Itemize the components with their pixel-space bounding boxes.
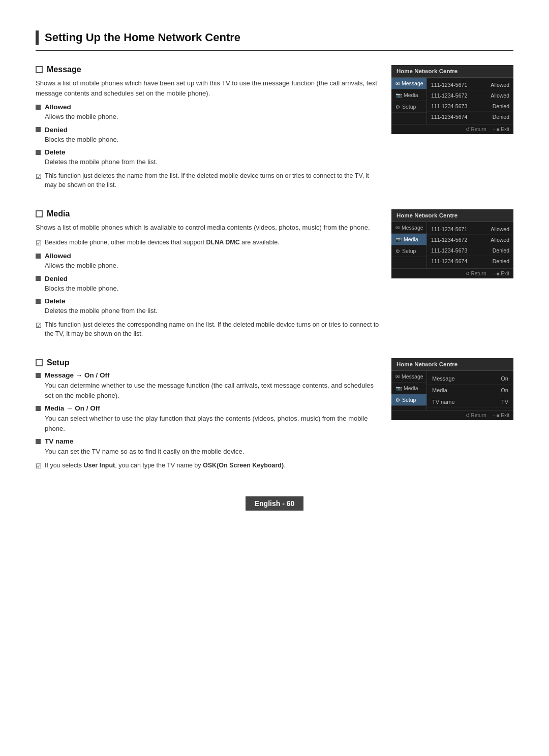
setup-heading-text: Setup <box>47 358 69 367</box>
tv-media-row-1: 111-1234-5671 Allowed <box>427 224 513 235</box>
tv-menu-message-2: ✉ Message <box>391 222 426 234</box>
message-menu-icon-2: ✉ <box>395 225 400 231</box>
media-panel-title: Home Network Centre <box>391 209 513 222</box>
setup-media-onoff-heading: Media → On / Off <box>36 404 381 412</box>
message-delete-heading: Delete <box>36 148 381 156</box>
message-delete-desc: Deletes the mobile phone from the list. <box>45 157 381 167</box>
setup-tvname-heading: TV name <box>36 437 381 445</box>
message-panel-content: 111-1234-5671 Allowed 111-1234-5672 Allo… <box>427 78 513 124</box>
media-heading-text: Media <box>47 209 70 218</box>
setup-panel-menu: ✉ Message 📷 Media ⚙ Setup Message <box>391 371 513 410</box>
message-desc: Shows a list of mobile phones which have… <box>36 78 381 98</box>
tv-setup-row-1: Message On <box>427 373 513 385</box>
section-message: Message Shows a list of mobile phones wh… <box>36 65 513 194</box>
media-checkbox <box>36 210 43 217</box>
media-note: ☑ This function just deletes the corresp… <box>36 320 381 339</box>
message-allowed-heading: Allowed <box>36 103 381 111</box>
message-panel-menu: ✉ Message 📷 Media ⚙ Setup 111-1234-5671 <box>391 78 513 124</box>
setup-panel-footer: ↺ Return →■ Exit <box>391 410 513 420</box>
tv-setup-row-2: Media On <box>427 385 513 396</box>
media-allowed-heading: Allowed <box>36 252 381 260</box>
section-media: Media Shows a list of mobile phones whic… <box>36 209 513 343</box>
setup-message-onoff-heading: Message → On / Off <box>36 371 381 379</box>
page-title: Setting Up the Home Network Centre <box>45 31 240 44</box>
note-icon: ☑ <box>36 172 42 182</box>
setup-tvname-bullet <box>36 439 41 444</box>
setup-note: ☑ If you selects User Input, you can typ… <box>36 461 381 471</box>
media-panel-footer: ↺ Return →■ Exit <box>391 268 513 278</box>
media-delete-desc: Deletes the mobile phone from the list. <box>45 306 381 316</box>
setup-message-onoff-desc: You can determine whether to use the mes… <box>45 381 381 400</box>
setup-media-bullet <box>36 406 41 411</box>
title-accent <box>36 30 39 45</box>
media-denied-desc: Blocks the mobile phone. <box>45 284 381 294</box>
message-denied-heading: Denied <box>36 126 381 134</box>
tv-menu-media-active: 📷 Media <box>391 234 426 245</box>
message-menu-icon-3: ✉ <box>395 374 400 380</box>
tv-row-2: 111-1234-5672 Allowed <box>427 90 513 101</box>
tv-row-4: 111-1234-5674 Denied <box>427 112 513 122</box>
setup-checkbox <box>36 359 43 366</box>
message-denied-desc: Blocks the mobile phone. <box>45 135 381 145</box>
tv-media-row-3: 111-1234-5673 Denied <box>427 245 513 256</box>
media-menu-icon-3: 📷 <box>395 386 402 391</box>
message-delete: Delete Deletes the mobile phone from the… <box>36 148 381 167</box>
media-allowed: Allowed Allows the mobile phone. <box>36 252 381 271</box>
message-note: ☑ This function just deletes the name fr… <box>36 171 381 191</box>
tv-menu-setup: ⚙ Setup <box>391 101 426 113</box>
message-menu-icon: ✉ <box>395 81 400 86</box>
message-denied: Denied Blocks the mobile phone. <box>36 126 381 145</box>
media-denied-bullet <box>36 276 41 281</box>
message-allowed-desc: Allows the mobile phone. <box>45 112 381 122</box>
setup-tvname: TV name You can set the TV name so as to… <box>36 437 381 457</box>
setup-tvname-desc: You can set the TV name so as to find it… <box>45 447 381 457</box>
message-allowed: Allowed Allows the mobile phone. <box>36 103 381 122</box>
media-panel-menu: ✉ Message 📷 Media ⚙ Setup 111-1234-5671 <box>391 222 513 268</box>
setup-heading: Setup <box>36 358 381 367</box>
message-tv-panel: Home Network Centre ✉ Message 📷 Media ⚙ … <box>391 65 513 134</box>
delete-bullet <box>36 150 41 155</box>
tv-menu-media: 📷 Media <box>391 89 426 101</box>
media-menu-icon: 📷 <box>395 92 402 98</box>
setup-menu-icon-2: ⚙ <box>395 248 400 254</box>
setup-panel-title: Home Network Centre <box>391 358 513 371</box>
media-heading: Media <box>36 209 381 218</box>
setup-media-onoff-desc: You can select whether to use the play f… <box>45 414 381 433</box>
media-dlna-note: ☑ Besides mobile phone, other mobile dev… <box>36 238 381 248</box>
setup-tv-panel: Home Network Centre ✉ Message 📷 Media ⚙ … <box>391 358 513 420</box>
setup-menu-icon: ⚙ <box>395 104 400 110</box>
media-allowed-desc: Allows the mobile phone. <box>45 261 381 271</box>
setup-media-onoff: Media → On / Off You can select whether … <box>36 404 381 433</box>
tv-menu-message-active: ✉ Message <box>391 78 426 89</box>
page-title-bar: Setting Up the Home Network Centre <box>36 30 513 51</box>
media-delete-bullet <box>36 299 41 304</box>
setup-menu-icon-3: ⚙ <box>395 397 400 403</box>
message-panel-title: Home Network Centre <box>391 65 513 78</box>
setup-note-icon: ☑ <box>36 461 42 471</box>
page-number: English - 60 <box>246 496 304 511</box>
section-setup: Setup Message → On / Off You can determi… <box>36 358 513 475</box>
media-delete: Delete Deletes the mobile phone from the… <box>36 297 381 316</box>
tv-row-3: 111-1234-5673 Denied <box>427 101 513 112</box>
tv-menu-message-3: ✉ Message <box>391 371 426 383</box>
media-denied-heading: Denied <box>36 275 381 282</box>
message-panel-footer: ↺ Return →■ Exit <box>391 124 513 134</box>
media-denied: Denied Blocks the mobile phone. <box>36 275 381 294</box>
media-tv-panel: Home Network Centre ✉ Message 📷 Media ⚙ … <box>391 209 513 278</box>
allowed-bullet <box>36 105 41 110</box>
message-heading-text: Message <box>47 65 81 74</box>
tv-media-row-4: 111-1234-5674 Denied <box>427 256 513 266</box>
setup-panel-content: Message On Media On TV name TV <box>427 371 513 410</box>
media-menu-icon-2: 📷 <box>395 237 402 242</box>
tv-menu-setup-2: ⚙ Setup <box>391 245 426 257</box>
media-panel-content: 111-1234-5671 Allowed 111-1234-5672 Allo… <box>427 222 513 268</box>
tv-setup-row-3: TV name TV <box>427 396 513 408</box>
setup-message-bullet <box>36 373 41 378</box>
section-setup-content: Setup Message → On / Off You can determi… <box>36 358 381 475</box>
page: Setting Up the Home Network Centre Messa… <box>0 0 549 531</box>
setup-message-onoff: Message → On / Off You can determine whe… <box>36 371 381 400</box>
dlna-note-icon: ☑ <box>36 238 42 248</box>
tv-menu-setup-active: ⚙ Setup <box>391 394 426 406</box>
tv-menu-media-3: 📷 Media <box>391 383 426 394</box>
media-delete-heading: Delete <box>36 297 381 305</box>
